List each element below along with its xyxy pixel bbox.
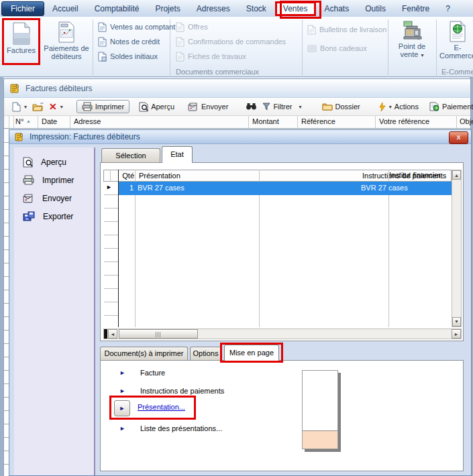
preview-icon [23,157,33,168]
imprimer-button[interactable]: Imprimer [76,100,129,113]
table-vertical-scrollbar[interactable]: ▲ ▼ [452,170,462,327]
scroll-up-icon[interactable]: ▲ [452,170,461,180]
close-icon[interactable]: x [449,131,468,144]
document-icon [98,52,107,62]
bulletins-label: Bulletins de livraison [319,25,386,34]
apercu-button[interactable]: Aperçu [136,101,177,113]
row-instructions: BVR 27 cases [361,184,408,192]
sidebar-imprimer-button[interactable]: Imprimer [14,171,94,189]
sidebar-imprimer-label: Imprimer [42,176,74,185]
col-presentation: Présentation [139,172,180,180]
document-icon [176,22,185,32]
tab-outils[interactable]: Outils [357,1,394,16]
export-icon [23,211,35,221]
open-button[interactable] [30,101,46,113]
scroll-right-icon[interactable]: ► [452,329,461,339]
chevron-down-icon[interactable]: ▾ [24,104,27,110]
option-arrow-icon: ► [119,388,125,394]
col-institut: Institut financier [389,171,441,179]
delete-button[interactable]: ✕ ▾ [46,101,66,112]
tab-options[interactable]: Options [190,347,221,361]
column-separator [375,116,376,128]
chevron-down-icon[interactable]: ▾ [389,104,392,110]
impression-dialog: Impression: Factures débiteurs x Aperçu … [9,129,472,476]
tab-adresses[interactable]: Adresses [189,1,238,16]
tab-fenetre[interactable]: Fenêtre [394,1,437,16]
cash-register-icon [401,21,423,42]
filtrer-button[interactable]: Filtrer ▾ [260,101,304,112]
tab-projets[interactable]: Projets [147,1,188,16]
paiements-debiteurs-button[interactable]: Paiements de débiteurs [42,18,91,60]
search-button[interactable] [243,101,260,112]
ecommerce-button[interactable]: E-Commerce [440,18,473,60]
tab-documents-a-imprimer[interactable]: Document(s) à imprimer [100,347,188,361]
column-votre-reference[interactable]: Votre référence [379,117,429,125]
dossier-button[interactable]: Dossier [319,101,363,112]
facture-option[interactable]: ► Facture [119,369,165,377]
factures-window-title: Factures débiteurs [25,84,92,93]
column-montant[interactable]: Montant [252,117,279,125]
actions-button[interactable]: ▾ Actions [376,101,421,113]
tab-ventes[interactable]: Ventes [275,1,316,16]
scroll-down-icon[interactable]: ▼ [452,317,461,326]
scroll-left-icon[interactable]: ◄ [108,329,117,339]
highlight-box-mise-en-page [220,343,283,363]
payment-slip-zone [303,430,337,449]
confirmations-label: Confirmations de commandes [188,38,286,46]
delete-x-icon: ✕ [49,103,57,111]
tab-fichier[interactable]: Fichier [1,1,44,16]
column-reference[interactable]: Référence [301,117,335,125]
column-numero[interactable]: N° [15,117,23,125]
presentation-row-selected[interactable]: 1 BVR 27 cases BVR 27 cases UBS SA [119,182,452,195]
liste-presentations-option[interactable]: ► Liste des présentations... [119,424,222,432]
notes-de-credit-button[interactable]: Notes de crédit [98,36,160,48]
soldes-initiaux-button[interactable]: Soldes initiaux [98,50,158,62]
ecommerce-globe-icon [448,21,467,44]
factures-toolbar: ▾ ✕ ▾ Imprimer Aperçu Envoyer [4,98,470,116]
send-envelope-icon [23,194,34,203]
instructions-option[interactable]: ► Instructions de paiements [119,387,224,395]
column-date[interactable]: Date [42,117,57,125]
ribbon-separator [436,19,437,77]
sidebar-envoyer-button[interactable]: Envoyer [14,189,94,207]
chevron-down-icon[interactable]: ▾ [299,104,301,110]
factures-button[interactable]: Factures [2,18,40,65]
impression-dialog-titlebar[interactable]: Impression: Factures débiteurs x [9,130,471,144]
impression-dialog-icon [15,133,24,141]
paiements-button[interactable]: Paiements [427,101,473,113]
instructions-option-label: Instructions de paiements [140,387,224,395]
invoice-window-icon [10,84,20,93]
scrollbar-split-box[interactable] [104,329,107,339]
ventes-au-comptant-button[interactable]: Ventes au comptant [98,21,175,33]
tab-comptabilite[interactable]: Comptabilité [87,1,148,16]
sort-ascending-icon[interactable]: ▲ [26,119,31,123]
new-document-button[interactable]: ▾ [9,101,30,113]
point-de-vente-button[interactable]: Point de vente ▾ [392,18,432,60]
row-qte: 1 [119,184,134,192]
tab-etat[interactable]: Etat [162,146,193,163]
confirmations-button: Confirmations de commandes [176,36,286,48]
column-separator [456,116,457,128]
column-separator [38,116,38,128]
sidebar-exporter-button[interactable]: Exporter [14,207,94,225]
sidebar-apercu-button[interactable]: Aperçu [14,153,94,171]
column-objet[interactable]: Obje [460,117,473,125]
binoculars-icon [246,103,257,111]
application-window: Fichier Accueil Comptabilité Projets Adr… [0,0,473,476]
document-icon [176,52,185,62]
table-horizontal-scrollbar[interactable]: ◄ ► [103,329,462,339]
tab-achats[interactable]: Achats [317,1,358,16]
sidebar-exporter-label: Exporter [43,212,73,221]
factures-window-titlebar[interactable]: Factures débiteurs [4,79,470,98]
envoyer-button[interactable]: Envoyer [185,101,231,113]
tab-accueil[interactable]: Accueil [44,1,87,16]
chevron-down-icon[interactable]: ▾ [60,104,63,110]
tab-help[interactable]: ? [437,1,458,16]
scrollbar-thumb[interactable] [119,329,198,339]
invoice-list-header: N° ▲ Date Adresse Montant Référence Votr… [4,116,470,129]
tab-stock[interactable]: Stock [238,1,274,16]
column-adresse[interactable]: Adresse [74,117,101,125]
tab-selection[interactable]: Sélection [101,148,160,163]
option-arrow-icon: ► [119,425,125,432]
imprimer-label: Imprimer [95,103,124,111]
